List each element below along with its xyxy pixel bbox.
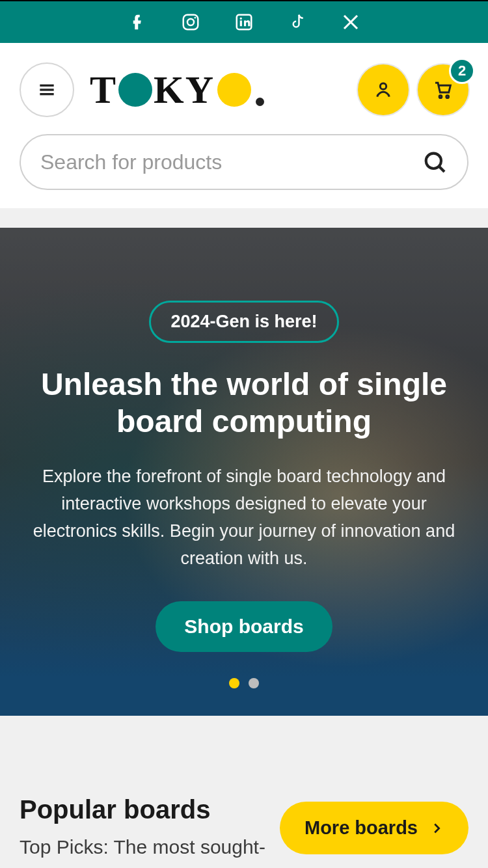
hero-title: Unleash the world of single board comput… [22,366,466,440]
popular-boards-section: Popular boards Top Picks: The most sough… [0,716,488,858]
search-bar[interactable] [20,134,468,190]
chevron-right-icon [429,821,444,835]
instagram-icon[interactable] [181,12,200,32]
svg-point-2 [195,17,197,19]
cart-badge: 2 [449,58,475,84]
site-logo[interactable]: T K Y [90,68,342,113]
svg-point-12 [426,154,441,169]
linkedin-icon[interactable] [234,12,254,32]
logo-char: K [154,68,185,113]
logo-green-dot-icon [118,73,152,107]
logo-char: T [90,68,117,113]
svg-rect-0 [183,15,198,30]
logo-yellow-dot-icon [217,73,251,107]
user-icon [373,79,394,100]
more-boards-label: More boards [305,817,418,839]
carousel-dot-1[interactable] [229,678,239,688]
section-title: Popular boards [20,795,267,824]
more-boards-button[interactable]: More boards [280,802,468,854]
svg-point-1 [187,19,194,25]
hero-description: Explore the forefront of single board te… [22,463,466,572]
svg-point-10 [439,96,442,98]
section-subtitle: Top Picks: The most sought- [20,836,267,858]
social-top-bar [0,0,488,43]
svg-point-11 [446,96,449,98]
logo-period-icon [256,98,264,106]
svg-rect-4 [240,21,242,27]
tiktok-icon[interactable] [288,12,307,32]
svg-line-13 [440,167,445,172]
hamburger-icon [36,79,57,100]
menu-button[interactable] [20,62,74,117]
cart-icon [433,79,454,100]
search-icon [422,149,448,175]
hero-announcement-pill: 2024-Gen is here! [149,301,338,343]
search-input[interactable] [40,150,422,174]
svg-point-9 [380,83,386,89]
account-button[interactable] [358,64,409,115]
x-icon[interactable] [341,12,360,32]
shop-boards-button[interactable]: Shop boards [156,601,332,652]
header: T K Y 2 [0,43,488,208]
carousel-dots [0,678,488,688]
facebook-icon[interactable] [128,12,147,32]
hero-banner: 2024-Gen is here! Unleash the world of s… [0,228,488,716]
carousel-dot-2[interactable] [249,678,259,688]
svg-point-5 [240,18,242,20]
logo-char: Y [185,68,215,113]
